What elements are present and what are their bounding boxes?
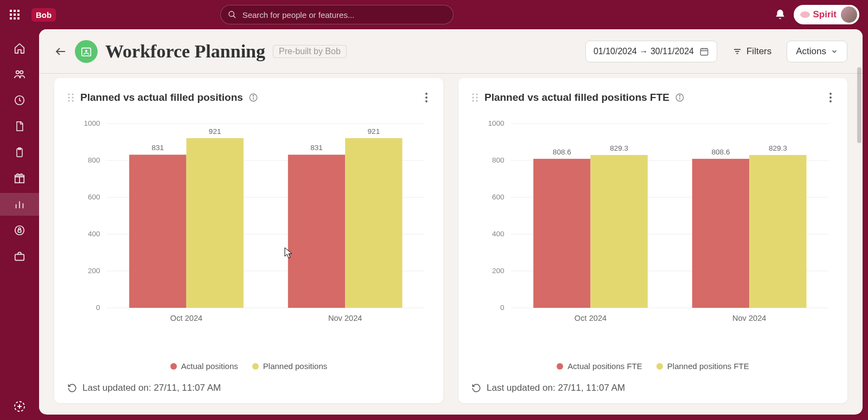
- search-input[interactable]: [220, 5, 454, 24]
- svg-text:831: 831: [152, 144, 164, 152]
- nav-gift-icon[interactable]: [0, 167, 39, 190]
- avatar: [841, 7, 857, 23]
- page-surface: Workforce Planning Pre-built by Bob 01/1…: [39, 29, 863, 415]
- user-menu[interactable]: Spirit: [794, 5, 859, 24]
- svg-rect-23: [15, 254, 24, 260]
- svg-text:Nov 2024: Nov 2024: [328, 314, 362, 322]
- drag-handle-icon[interactable]: [471, 93, 479, 102]
- chart-area: 02004006008001000831921Oct 2024831921Nov…: [67, 113, 430, 358]
- chart-area: 02004006008001000808.6829.3Oct 2024808.6…: [471, 113, 834, 358]
- svg-text:200: 200: [88, 267, 100, 275]
- actions-button[interactable]: Actions: [787, 41, 847, 62]
- svg-text:921: 921: [209, 127, 221, 135]
- nav-clipboard-icon[interactable]: [0, 141, 39, 164]
- svg-point-9: [229, 11, 234, 16]
- svg-rect-30: [700, 48, 708, 55]
- svg-point-42: [72, 100, 73, 101]
- search-wrap: [220, 5, 454, 24]
- notifications-icon[interactable]: [774, 9, 786, 21]
- legend-actual[interactable]: Actual positions: [170, 361, 238, 371]
- svg-text:921: 921: [368, 127, 380, 135]
- legend-planned[interactable]: Planned positions: [252, 361, 327, 371]
- nav-people-icon[interactable]: [0, 63, 39, 86]
- nav-home-icon[interactable]: [0, 37, 39, 60]
- card-footer: Last updated on: 27/11, 11:07 AM: [67, 383, 430, 393]
- svg-text:400: 400: [492, 230, 505, 238]
- svg-text:600: 600: [88, 193, 100, 201]
- page-header: Workforce Planning Pre-built by Bob 01/1…: [39, 29, 863, 74]
- content-grid: Planned vs actual filled positions 02004…: [39, 74, 863, 415]
- card-menu-icon[interactable]: [827, 90, 834, 105]
- prebuilt-chip: Pre-built by Bob: [273, 45, 347, 58]
- svg-text:600: 600: [492, 193, 505, 201]
- svg-point-75: [472, 100, 474, 101]
- svg-point-46: [425, 93, 427, 95]
- svg-rect-4: [14, 14, 16, 16]
- legend-dot-icon: [656, 363, 663, 370]
- svg-point-21: [15, 226, 24, 235]
- user-name: Spirit: [813, 9, 837, 20]
- svg-text:0: 0: [500, 303, 505, 312]
- svg-point-41: [68, 100, 69, 101]
- actions-label: Actions: [796, 46, 826, 57]
- last-updated-text: Last updated on: 27/11, 11:07 AM: [82, 383, 221, 393]
- chart-card-positions-fte: Planned vs actual filled positions FTE 0…: [458, 78, 847, 403]
- svg-point-71: [472, 93, 474, 95]
- brand-logo[interactable]: Bob: [31, 8, 56, 22]
- cloud-icon: [800, 11, 810, 18]
- svg-point-11: [16, 71, 19, 74]
- info-icon[interactable]: [675, 93, 685, 102]
- legend-actual[interactable]: Actual positions FTE: [557, 361, 642, 371]
- scrollbar[interactable]: [857, 67, 861, 143]
- svg-rect-102: [749, 155, 806, 308]
- calendar-icon: [699, 47, 709, 56]
- nav-clock-icon[interactable]: [0, 89, 39, 112]
- card-footer: Last updated on: 27/11, 11:07 AM: [471, 383, 834, 393]
- refresh-icon[interactable]: [471, 383, 481, 393]
- svg-text:200: 200: [492, 267, 505, 275]
- legend-planned[interactable]: Planned positions FTE: [656, 361, 749, 371]
- svg-point-72: [476, 93, 477, 95]
- svg-point-79: [679, 95, 680, 96]
- info-icon[interactable]: [248, 93, 258, 102]
- svg-point-76: [476, 100, 477, 101]
- svg-point-40: [72, 96, 73, 98]
- nav-analytics-icon[interactable]: [0, 193, 39, 216]
- nav-add-icon[interactable]: [0, 393, 39, 420]
- back-icon[interactable]: [54, 45, 67, 58]
- svg-point-29: [85, 50, 87, 52]
- nav-document-icon[interactable]: [0, 115, 39, 138]
- svg-rect-63: [187, 138, 244, 308]
- svg-point-45: [253, 95, 254, 96]
- last-updated-text: Last updated on: 27/11, 11:07 AM: [487, 383, 625, 393]
- app-launcher-icon[interactable]: [5, 5, 24, 24]
- svg-point-38: [72, 93, 73, 95]
- svg-text:0: 0: [96, 303, 100, 312]
- svg-rect-7: [14, 17, 16, 20]
- svg-text:829.3: 829.3: [769, 144, 787, 152]
- date-range-text: 01/10/2024 → 30/11/2024: [593, 47, 694, 56]
- svg-text:400: 400: [88, 230, 100, 238]
- drag-handle-icon[interactable]: [67, 93, 75, 102]
- nav-briefcase-icon[interactable]: [0, 245, 39, 268]
- svg-rect-22: [18, 230, 21, 232]
- svg-text:Nov 2024: Nov 2024: [732, 314, 767, 322]
- topbar: Bob Spirit: [0, 0, 868, 29]
- svg-rect-6: [10, 17, 12, 20]
- nav-security-icon[interactable]: [0, 219, 39, 242]
- svg-point-12: [20, 71, 23, 74]
- refresh-icon[interactable]: [67, 383, 77, 393]
- chevron-down-icon: [831, 48, 838, 55]
- filters-label: Filters: [746, 46, 771, 57]
- filters-button[interactable]: Filters: [725, 41, 779, 62]
- svg-text:1000: 1000: [84, 119, 100, 127]
- svg-text:Oct 2024: Oct 2024: [170, 314, 202, 322]
- svg-point-48: [425, 100, 427, 102]
- svg-text:800: 800: [492, 156, 505, 164]
- svg-point-39: [68, 96, 69, 98]
- left-nav: [0, 29, 39, 420]
- date-range-picker[interactable]: 01/10/2024 → 30/11/2024: [585, 41, 717, 62]
- svg-point-81: [829, 96, 832, 99]
- card-menu-icon[interactable]: [423, 90, 430, 105]
- svg-text:808.6: 808.6: [712, 148, 730, 156]
